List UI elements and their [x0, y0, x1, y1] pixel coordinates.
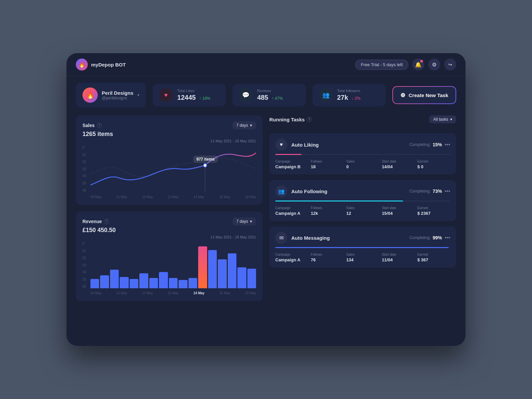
- task-more-button-2[interactable]: •••: [445, 235, 450, 241]
- revenue-period-label: 7 days: [236, 219, 248, 224]
- earned-1: $ 2367: [417, 211, 450, 216]
- sales-chart-title: Sales: [82, 123, 95, 128]
- likes-value: 12445: [177, 94, 196, 101]
- task-name-0: Auto Liking: [291, 142, 319, 148]
- followers-info: Total followers 27k ↓ 2%: [337, 89, 379, 101]
- followers-label: Total followers: [337, 89, 379, 93]
- topbar-right: Free Trial - 5 days left 🔔 ⚙ ↪: [355, 59, 456, 70]
- task-icon-1: 👥: [275, 185, 287, 197]
- sales-period-button[interactable]: 7 days ▾: [232, 121, 256, 129]
- settings-button[interactable]: ⚙: [428, 59, 440, 70]
- revenue-chart-header: Revenue ? 7 days ▾: [82, 217, 256, 225]
- stat-card-followers: 👥 Total followers 27k ↓ 2%: [313, 84, 386, 106]
- task-stats-2: Campaign Campaign A Follows 76 Sales 134: [275, 253, 450, 262]
- sales-date-range: 11 May 2021 - 18 May 2021: [82, 139, 256, 143]
- task-completing-label-1: Completing: 73%: [409, 189, 442, 194]
- sales-chart-card: Sales ? 7 days ▾ 1265 items 11 May 2021 …: [76, 115, 263, 205]
- earned-0: $ 0: [417, 164, 450, 169]
- bottom-grid: Sales ? 7 days ▾ 1265 items 11 May 2021 …: [76, 115, 456, 301]
- campaign-0: Campaign B: [275, 164, 308, 169]
- sales-chart-area: 06 05 04 03 02 01 0: [82, 146, 256, 199]
- sales-x-labels: 09 May 11 May 12 May 13 May 14 May 15 Ma…: [90, 195, 256, 199]
- sales-period-label: 7 days: [236, 123, 248, 128]
- tasks-filter-button[interactable]: All tasks ▾: [429, 115, 456, 123]
- progress-fill-2: [275, 247, 449, 248]
- task-more-button-1[interactable]: •••: [445, 188, 450, 194]
- bar-item-highlight: [198, 246, 207, 288]
- sales-1: 12: [346, 211, 379, 216]
- progress-bar-0: [275, 154, 450, 155]
- bar-item: [149, 278, 158, 288]
- sales-2: 134: [346, 257, 379, 262]
- revenue-chart-card: Revenue ? 7 days ▾ £150 450.50 11 May 20…: [76, 211, 263, 301]
- notifications-button[interactable]: 🔔: [412, 59, 424, 70]
- avatar: 🔥: [82, 87, 98, 103]
- bar-item: [139, 273, 148, 288]
- chevron-down-icon: ▾: [250, 123, 252, 128]
- likes-icon: ♥: [159, 88, 173, 102]
- app-name: myDepop BOT: [91, 62, 126, 67]
- revenue-help-icon: ?: [104, 219, 109, 224]
- task-completing-label-0: Completing: 15%: [409, 142, 442, 147]
- start-date-0: 14/04: [382, 164, 415, 169]
- bar-item: [247, 269, 256, 288]
- progress-bar-2: [275, 247, 450, 248]
- main-content: 🔥 Peril Designs @perildesigns ▾ ♥ Total …: [66, 76, 466, 346]
- revenue-period-button[interactable]: 7 days ▾: [232, 217, 256, 225]
- task-name-1: Auto Following: [291, 189, 327, 194]
- likes-info: Total Likes 12445 ↑ 16%: [177, 89, 219, 101]
- left-column: Sales ? 7 days ▾ 1265 items 11 May 2021 …: [76, 115, 263, 301]
- bar-item: [120, 277, 128, 288]
- revenue-subtitle: £150 450.50: [82, 227, 256, 234]
- profile-dropdown-button[interactable]: ▾: [137, 93, 139, 97]
- tasks-section-header: Running Tasks ? All tasks ▾: [269, 115, 456, 123]
- app-container: 🔥 myDepop BOT Free Trial - 5 days left 🔔…: [66, 53, 466, 346]
- bar-item: [110, 270, 119, 288]
- bar-item: [90, 279, 99, 288]
- progress-bar-1: [275, 200, 450, 201]
- earned-2: $ 367: [417, 257, 450, 262]
- tasks-section-title: Running Tasks ?: [269, 117, 312, 122]
- bar-item: [179, 280, 187, 288]
- likes-label: Total Likes: [177, 89, 219, 93]
- bar-item: [189, 278, 197, 288]
- followers-icon: 👥: [319, 88, 332, 102]
- trial-badge: Free Trial - 5 days left: [355, 60, 408, 70]
- followers-value: 27k: [337, 94, 348, 101]
- followers-change: ↓ 2%: [352, 96, 361, 101]
- revenue-date-range: 11 May 2021 - 18 May 2021: [82, 235, 256, 239]
- task-card-auto-liking: ♥ Auto Liking Completing: 15% •••: [269, 133, 456, 175]
- reviews-label: Reviews: [257, 89, 299, 93]
- campaign-2: Campaign A: [275, 257, 308, 262]
- campaign-1: Campaign A: [275, 211, 308, 216]
- right-column: Running Tasks ? All tasks ▾ ♥ Auto Likin…: [269, 115, 456, 301]
- create-task-label: Create New Task: [409, 92, 448, 98]
- follows-0: 18: [311, 164, 344, 169]
- profile-name: Peril Designs: [102, 90, 133, 96]
- reviews-value: 485: [257, 94, 268, 101]
- logout-button[interactable]: ↪: [444, 59, 456, 70]
- task-icon-2: ✉: [275, 232, 287, 244]
- likes-change: ↑ 16%: [199, 96, 210, 101]
- task-pct-0: 15%: [433, 142, 442, 147]
- tasks-help-icon: ?: [307, 117, 312, 122]
- chevron-down-icon: ▾: [137, 93, 139, 97]
- sales-y-labels: 06 05 04 03 02 01 0: [82, 146, 89, 192]
- task-header-1: 👥 Auto Following Completing: 73% •••: [275, 185, 450, 197]
- task-more-button-0[interactable]: •••: [445, 142, 450, 148]
- task-pct-2: 99%: [433, 235, 442, 240]
- gear-icon: ⚙: [432, 62, 437, 68]
- task-title-row-2: ✉ Auto Messaging: [275, 232, 330, 244]
- bar-item: [228, 253, 236, 288]
- revenue-bar-chart: [90, 242, 256, 288]
- sales-subtitle: 1265 items: [82, 131, 256, 138]
- bar-item: [159, 272, 168, 288]
- task-title-row-0: ♥ Auto Liking: [275, 139, 319, 151]
- start-date-1: 15/04: [382, 211, 415, 216]
- stat-card-reviews: 💬 Reviews 485 ↑ 47%: [232, 84, 306, 106]
- create-task-button[interactable]: ⊕ Create New Task: [392, 86, 456, 104]
- task-name-2: Auto Messaging: [291, 235, 330, 241]
- revenue-chart-title: Revenue: [82, 219, 102, 224]
- revenue-y-labels: 06 05 04 03 02 01 0: [82, 242, 89, 288]
- bar-item: [100, 275, 109, 288]
